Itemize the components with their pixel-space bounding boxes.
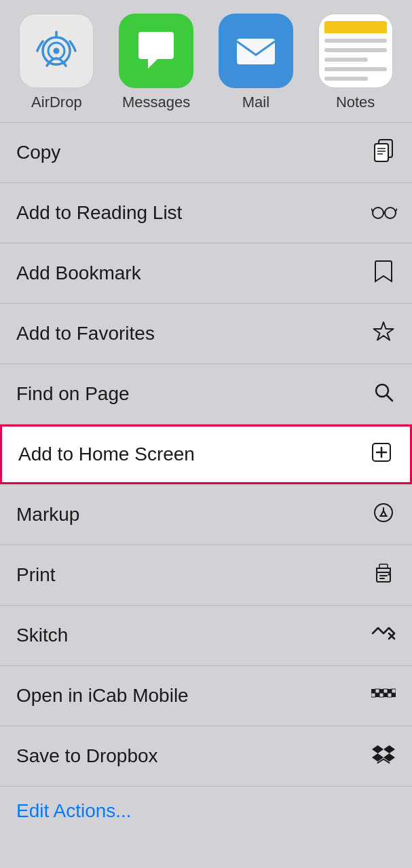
dropbox-icon: [371, 743, 396, 770]
print-action[interactable]: Print: [0, 545, 412, 605]
open-icab-action[interactable]: Open in iCab Mobile: [0, 666, 412, 726]
svg-rect-24: [379, 578, 385, 579]
add-favorites-action[interactable]: Add to Favorites: [0, 304, 412, 363]
plus-box-icon: [369, 442, 394, 467]
skitch-icon: [371, 624, 396, 648]
mail-label: Mail: [242, 94, 269, 111]
svg-rect-36: [383, 693, 388, 697]
messages-label: Messages: [122, 94, 190, 111]
svg-rect-6: [375, 144, 388, 161]
search-icon: [371, 382, 396, 407]
skitch-action[interactable]: Skitch: [0, 606, 412, 665]
add-home-screen-action[interactable]: Add to Home Screen: [0, 425, 412, 484]
copy-action[interactable]: Copy: [0, 123, 412, 182]
copy-icon: [371, 139, 396, 167]
svg-rect-23: [379, 575, 388, 576]
svg-rect-4: [237, 39, 275, 64]
svg-line-16: [387, 395, 392, 401]
markup-icon: [371, 502, 396, 528]
messages-icon: [119, 14, 193, 88]
add-bookmark-label: Add Bookmark: [16, 262, 141, 284]
messages-app[interactable]: Messages: [107, 14, 206, 111]
airdrop-app[interactable]: AirDrop: [7, 14, 107, 111]
add-home-screen-label: Add to Home Screen: [18, 443, 195, 465]
svg-rect-35: [379, 693, 383, 697]
airdrop-label: AirDrop: [31, 94, 82, 111]
mail-app[interactable]: Mail: [206, 14, 306, 111]
edit-actions-section: Edit Actions...: [0, 787, 412, 835]
save-dropbox-label: Save to Dropbox: [16, 745, 158, 767]
copy-label: Copy: [16, 142, 60, 163]
action-list: Copy Add to Reading List Add: [0, 123, 412, 787]
add-reading-list-label: Add to Reading List: [16, 202, 182, 224]
svg-rect-28: [375, 689, 379, 693]
svg-point-2: [54, 48, 60, 54]
svg-rect-31: [388, 689, 392, 693]
notes-label: Notes: [336, 94, 375, 111]
svg-rect-29: [379, 689, 383, 693]
airdrop-icon: [19, 14, 94, 88]
svg-point-10: [373, 208, 383, 218]
svg-point-11: [385, 208, 396, 218]
edit-actions-button[interactable]: Edit Actions...: [16, 800, 132, 821]
print-icon: [371, 563, 396, 588]
svg-rect-30: [383, 689, 388, 693]
svg-point-20: [375, 504, 392, 521]
svg-line-13: [371, 209, 373, 211]
markup-label: Markup: [16, 504, 79, 526]
svg-rect-34: [375, 693, 379, 697]
print-label: Print: [16, 564, 56, 586]
add-bookmark-action[interactable]: Add Bookmark: [0, 243, 412, 303]
svg-rect-32: [392, 689, 396, 693]
markup-action[interactable]: Markup: [0, 485, 412, 545]
skitch-label: Skitch: [16, 625, 68, 646]
notes-app[interactable]: Notes: [305, 14, 405, 111]
find-on-page-action[interactable]: Find on Page: [0, 364, 412, 424]
star-icon: [371, 320, 396, 348]
svg-line-14: [396, 209, 397, 211]
save-dropbox-action[interactable]: Save to Dropbox: [0, 726, 412, 786]
add-reading-list-action[interactable]: Add to Reading List: [0, 183, 412, 243]
open-icab-label: Open in iCab Mobile: [16, 685, 189, 707]
taxi-icon: [371, 684, 396, 709]
svg-rect-33: [371, 693, 375, 697]
notes-icon: [318, 14, 393, 88]
svg-point-26: [388, 573, 390, 575]
svg-rect-27: [371, 689, 375, 693]
mail-icon: [219, 14, 293, 88]
add-favorites-label: Add to Favorites: [16, 323, 155, 344]
find-on-page-label: Find on Page: [16, 383, 130, 405]
svg-rect-37: [388, 693, 392, 697]
glasses-icon: [371, 203, 396, 224]
svg-rect-38: [392, 693, 396, 697]
bookmark-icon: [371, 260, 396, 288]
app-share-row: AirDrop Messages Mail: [0, 0, 412, 122]
